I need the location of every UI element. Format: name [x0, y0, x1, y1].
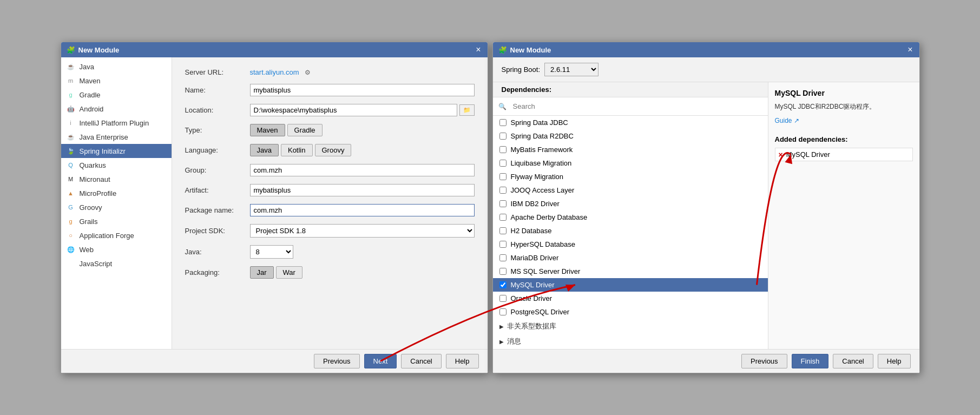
dep-flyway[interactable]: Flyway Migration [493, 170, 768, 183]
name-input[interactable] [250, 84, 475, 96]
dep-mssql[interactable]: MS SQL Server Driver [493, 265, 768, 278]
lang-kotlin-button[interactable]: Kotlin [281, 144, 313, 156]
type-maven-button[interactable]: Maven [250, 124, 285, 136]
artifact-label: Artifact: [185, 186, 250, 194]
sidebar-item-javascript[interactable]: JavaScript [61, 256, 172, 271]
dep-group-nosql[interactable]: ▶ 非关系型数据库 [493, 319, 768, 334]
lang-java-button[interactable]: Java [250, 144, 279, 156]
dep-liquibase-checkbox[interactable] [499, 160, 507, 167]
dep-spring-r2dbc-checkbox[interactable] [499, 133, 507, 140]
left-previous-button[interactable]: Previous [314, 354, 360, 368]
gear-icon[interactable]: ⚙ [305, 69, 311, 76]
micronaut-icon: M [67, 175, 75, 183]
dep-jooq-checkbox[interactable] [499, 187, 507, 194]
remove-mysql-button[interactable]: × [779, 151, 783, 159]
left-next-button[interactable]: Next [364, 354, 397, 368]
sidebar-item-android[interactable]: 🤖 Android [61, 102, 172, 116]
sidebar: ☕ Java m Maven g Gradle 🤖 Android [61, 57, 172, 349]
sdk-select[interactable]: Project SDK 1.8 [250, 224, 475, 238]
sidebar-item-maven-label: Maven [80, 77, 101, 85]
left-cancel-button[interactable]: Cancel [401, 354, 441, 368]
dep-apache-derby[interactable]: Apache Derby Database [493, 210, 768, 224]
sidebar-item-spring[interactable]: 🍃 Spring Initializr [61, 144, 172, 158]
dep-hypersql[interactable]: HyperSQL Database [493, 238, 768, 251]
sidebar-item-groovy[interactable]: G Groovy [61, 200, 172, 214]
dep-mssql-label: MS SQL Server Driver [511, 267, 581, 275]
sidebar-item-appforge[interactable]: ○ Application Forge [61, 228, 172, 242]
sidebar-item-javaee[interactable]: ☕ Java Enterprise [61, 130, 172, 144]
sidebar-item-micronaut-label: Micronaut [80, 175, 110, 183]
location-row: Location: 📁 [185, 104, 475, 116]
java-select[interactable]: 8 [250, 245, 293, 259]
dep-apache-derby-checkbox[interactable] [499, 214, 507, 221]
dep-jooq[interactable]: JOOQ Access Layer [493, 183, 768, 197]
type-label: Type: [185, 126, 250, 134]
lang-groovy-button[interactable]: Groovy [315, 144, 352, 156]
dep-spring-r2dbc[interactable]: Spring Data R2DBC [493, 129, 768, 143]
dep-apache-derby-label: Apache Derby Database [511, 213, 588, 221]
group-input[interactable] [250, 164, 475, 176]
dep-h2-checkbox[interactable] [499, 227, 507, 234]
left-dialog-close[interactable]: × [475, 45, 482, 54]
dep-postgresql[interactable]: PostgreSQL Driver [493, 305, 768, 319]
dep-mssql-checkbox[interactable] [499, 268, 507, 275]
sidebar-item-microprofile[interactable]: ▲ MicroProfile [61, 186, 172, 200]
sidebar-item-javaee-label: Java Enterprise [80, 133, 128, 141]
sidebar-item-java[interactable]: ☕ Java [61, 60, 172, 74]
dep-spring-jdbc[interactable]: Spring Data JDBC [493, 116, 768, 129]
right-help-button[interactable]: Help [878, 354, 911, 368]
spring-boot-label: Spring Boot: [502, 65, 541, 74]
dep-oracle-label: Oracle Driver [511, 294, 553, 302]
artifact-input[interactable] [250, 184, 475, 196]
right-dialog-close[interactable]: × [906, 45, 913, 54]
dep-postgresql-checkbox[interactable] [499, 308, 507, 315]
packaging-jar-button[interactable]: Jar [250, 266, 274, 279]
sidebar-item-quarkus[interactable]: Q Quarkus [61, 158, 172, 172]
right-finish-button[interactable]: Finish [792, 354, 829, 368]
dep-mybatis-checkbox[interactable] [499, 146, 507, 153]
sidebar-item-maven[interactable]: m Maven [61, 74, 172, 88]
dep-mariadb-checkbox[interactable] [499, 254, 507, 261]
dep-mariadb[interactable]: MariaDB Driver [493, 251, 768, 265]
dep-spring-jdbc-checkbox[interactable] [499, 119, 507, 126]
dep-mysql[interactable]: MySQL Driver [493, 278, 768, 292]
info-panel: MySQL Driver MySQL JDBC和R2DBC驱动程序。 Guide… [768, 82, 919, 349]
dep-flyway-checkbox[interactable] [499, 173, 507, 180]
dep-mysql-checkbox[interactable] [499, 281, 507, 288]
form-content: Server URL: start.aliyun.com ⚙ Name: [172, 57, 488, 349]
dep-h2[interactable]: H2 Database [493, 224, 768, 238]
javaee-icon: ☕ [67, 133, 75, 141]
dep-mybatis[interactable]: MyBatis Framework [493, 143, 768, 156]
right-previous-button[interactable]: Previous [741, 354, 787, 368]
package-input[interactable] [250, 204, 475, 216]
dep-oracle-checkbox[interactable] [499, 295, 507, 302]
dep-ibm-db2-checkbox[interactable] [499, 200, 507, 207]
server-url-link[interactable]: start.aliyun.com [250, 68, 299, 76]
sidebar-item-gradle-label: Gradle [80, 91, 101, 99]
dep-group-messaging[interactable]: ▶ 消息 [493, 334, 768, 349]
dep-ibm-db2[interactable]: IBM DB2 Driver [493, 197, 768, 210]
dep-hypersql-checkbox[interactable] [499, 241, 507, 248]
sidebar-item-gradle[interactable]: g Gradle [61, 88, 172, 102]
type-gradle-button[interactable]: Gradle [287, 124, 323, 136]
sidebar-item-android-label: Android [80, 105, 104, 113]
sidebar-item-grails[interactable]: g Grails [61, 214, 172, 228]
dep-liquibase[interactable]: Liquibase Migration [493, 156, 768, 170]
spring-boot-version-select[interactable]: 2.6.11 [544, 63, 598, 76]
sidebar-item-javascript-label: JavaScript [80, 260, 113, 268]
folder-button[interactable]: 📁 [459, 104, 475, 116]
language-toggle-group: Java Kotlin Groovy [250, 144, 352, 156]
packaging-war-button[interactable]: War [276, 266, 302, 279]
location-input[interactable] [250, 104, 457, 116]
dep-oracle[interactable]: Oracle Driver [493, 292, 768, 305]
sidebar-item-intellij[interactable]: i IntelliJ Platform Plugin [61, 116, 172, 130]
dep-spring-jdbc-label: Spring Data JDBC [511, 118, 568, 127]
sidebar-item-web[interactable]: 🌐 Web [61, 242, 172, 256]
sidebar-item-micronaut[interactable]: M Micronaut [61, 172, 172, 186]
search-input[interactable] [510, 101, 762, 112]
left-help-button[interactable]: Help [446, 354, 479, 368]
right-cancel-button[interactable]: Cancel [833, 354, 873, 368]
info-guide-link[interactable]: Guide ↗ [775, 117, 913, 124]
dep-flyway-label: Flyway Migration [511, 173, 564, 181]
java-icon: ☕ [67, 62, 75, 71]
